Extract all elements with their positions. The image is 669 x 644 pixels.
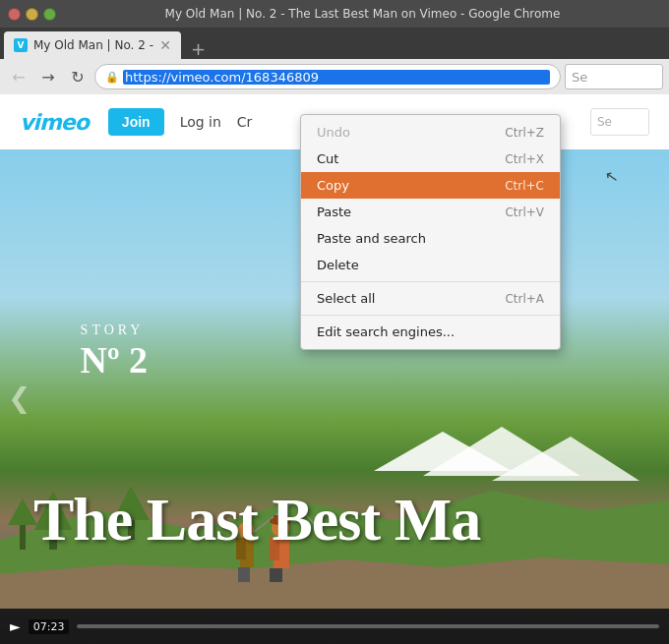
search-placeholder: Se [572,70,587,85]
svg-rect-22 [270,568,276,582]
new-tab-button[interactable]: + [185,38,212,59]
close-button[interactable] [8,8,21,21]
search-box[interactable]: Se [565,64,663,89]
nav-bar: ← → ↻ 🔒 https://vimeo.com/168346809 Se [0,59,669,94]
svg-rect-14 [244,567,250,582]
login-link[interactable]: Log in [180,114,221,130]
play-button[interactable]: ► [10,618,21,634]
menu-shortcut-undo: Ctrl+Z [505,126,544,140]
browser-content: vimeo Join Log in Cr Se [0,94,669,644]
video-controls: ► 07:23 [0,609,669,644]
search-field[interactable]: Se [590,108,649,136]
video-story-text: STORY Nº 2 [81,322,149,381]
forward-button[interactable]: → [35,64,61,89]
tab-favicon: V [14,38,28,52]
minimize-button[interactable] [26,8,38,21]
menu-item-undo[interactable]: Undo Ctrl+Z [301,119,560,146]
maximize-button[interactable] [43,8,56,21]
cursor-arrow: ↖ [603,166,620,187]
tab-label: My Old Man | No. 2 - [33,38,153,52]
time-display: 07:23 [29,619,70,634]
menu-item-copy[interactable]: Copy Ctrl+C [301,172,560,199]
menu-label-delete: Delete [317,258,359,272]
menu-label-undo: Undo [317,125,350,140]
menu-label-cut: Cut [317,151,338,166]
menu-item-cut[interactable]: Cut Ctrl+X [301,146,560,172]
svg-rect-15 [238,567,244,582]
svg-rect-21 [275,568,282,582]
menu-label-edit-search: Edit search engines... [317,324,455,339]
menu-item-paste[interactable]: Paste Ctrl+V [301,199,560,225]
menu-item-paste-search[interactable]: Paste and search [301,225,560,252]
menu-shortcut-cut: Ctrl+X [505,152,544,166]
menu-shortcut-copy: Ctrl+C [505,179,544,193]
menu-item-select-all[interactable]: Select all Ctrl+A [301,285,560,312]
menu-label-select-all: Select all [317,291,375,306]
menu-separator-2 [301,315,560,316]
window-controls[interactable] [8,8,56,21]
menu-separator-1 [301,281,560,282]
address-url[interactable]: https://vimeo.com/168346809 [123,70,550,85]
menu-shortcut-paste: Ctrl+V [505,205,544,219]
menu-item-delete[interactable]: Delete [301,252,560,278]
story-number: Nº 2 [81,338,149,381]
context-menu: Undo Ctrl+Z Cut Ctrl+X Copy Ctrl+C Paste… [300,114,561,350]
prev-arrow[interactable]: ❮ [0,373,38,421]
lock-icon: 🔒 [105,71,119,84]
address-bar[interactable]: 🔒 https://vimeo.com/168346809 [94,64,561,89]
reload-button[interactable]: ↻ [65,64,91,89]
menu-label-paste-search: Paste and search [317,231,426,246]
story-word: STORY [81,322,149,338]
menu-shortcut-select-all: Ctrl+A [505,292,544,306]
back-button[interactable]: ← [6,64,31,89]
video-title: The Last Best Ma [33,485,480,555]
progress-bar[interactable] [77,624,659,628]
search-text: Se [597,115,612,129]
menu-label-copy: Copy [317,178,349,193]
menu-label-paste: Paste [317,205,351,219]
vimeo-logo: vimeo [20,110,89,135]
title-bar: My Old Man | No. 2 - The Last Best Man o… [0,0,669,28]
cr-link[interactable]: Cr [237,114,253,130]
tab-bar: V My Old Man | No. 2 - ✕ + [0,28,669,59]
browser-tab[interactable]: V My Old Man | No. 2 - ✕ [4,31,181,59]
window-title: My Old Man | No. 2 - The Last Best Man o… [64,7,661,21]
tab-close-button[interactable]: ✕ [159,37,171,53]
join-button[interactable]: Join [108,108,164,136]
menu-item-edit-search[interactable]: Edit search engines... [301,319,560,345]
